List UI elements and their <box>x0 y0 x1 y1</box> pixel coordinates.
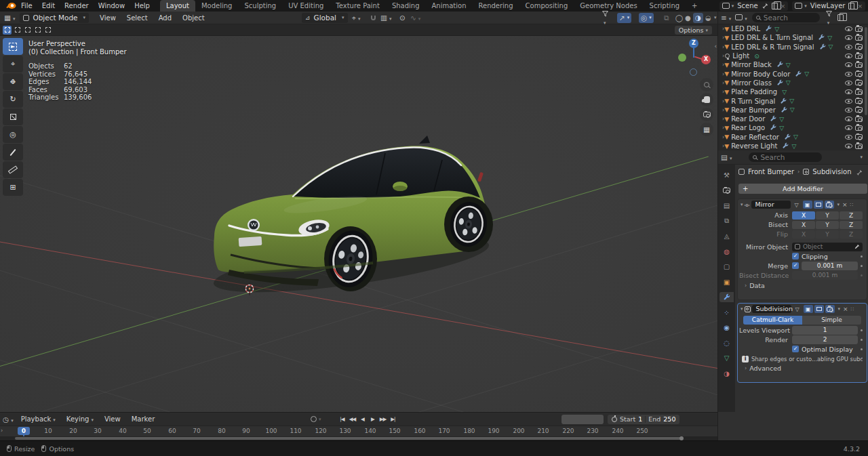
tab-scene[interactable]: ◬ <box>719 231 734 241</box>
shading-wireframe-icon[interactable]: ◯ <box>675 14 683 22</box>
timeline-editor-type-icon[interactable]: ◷▾ <box>3 415 14 423</box>
hide-eye-icon[interactable] <box>845 35 852 40</box>
falloff-dropdown[interactable]: ∿▾ <box>410 14 420 22</box>
display-in-editmode-cage-toggle[interactable]: ▽ <box>792 201 802 209</box>
overlays-toggle[interactable]: ◎▾ <box>639 13 654 23</box>
hide-eye-icon[interactable] <box>845 81 852 85</box>
tab-particles[interactable]: ⁘ <box>719 308 734 318</box>
hide-eye-icon[interactable] <box>845 99 852 104</box>
object-name[interactable]: Light <box>732 52 749 60</box>
outliner-row[interactable]: ›▼Reverse Light▽ <box>718 142 868 150</box>
tab-collection[interactable]: ▢ <box>719 262 734 272</box>
menu-keying[interactable]: Keying▾ <box>61 415 99 423</box>
sidebar-toggle-arrow[interactable]: ‹ <box>714 43 717 49</box>
jump-to-start-icon[interactable]: |◀ <box>337 416 347 422</box>
start-value[interactable]: 1 <box>638 415 642 423</box>
outliner-row[interactable]: ›▼LED DRL & R Turn Signal▽ <box>718 43 868 51</box>
new-view-layer-icon[interactable] <box>848 3 854 9</box>
breadcrumb-object[interactable]: Front Bumper <box>748 168 794 175</box>
outliner-search-input[interactable]: Search <box>752 13 820 22</box>
shading-material-preview-icon[interactable]: ◑ <box>693 13 703 23</box>
tool-annotate[interactable] <box>3 144 23 161</box>
drag-handle-icon[interactable]: ∷ <box>850 202 854 208</box>
object-name[interactable]: Rear Bumper <box>731 106 776 114</box>
menu-marker[interactable]: Marker <box>126 415 161 423</box>
tool-scale[interactable] <box>3 108 23 125</box>
outliner-row[interactable]: ›▼LED DRL▽ <box>718 24 868 33</box>
xray-toggle[interactable]: ⧉ <box>664 14 669 22</box>
levels-viewport-field[interactable]: 1 <box>792 326 858 335</box>
collapse-icon[interactable]: ▾ <box>741 306 743 312</box>
tab-sculpting[interactable]: Sculpting <box>238 0 282 12</box>
tab-modifiers[interactable] <box>719 292 734 302</box>
transform-orientation-dropdown[interactable]: ⊿ Global ▾ <box>302 13 348 23</box>
menu-playback[interactable]: Playback▾ <box>16 415 61 423</box>
delete-modifier-icon[interactable]: × <box>843 306 848 312</box>
properties-search-input[interactable]: Search <box>749 152 822 162</box>
outliner-display-mode-icon[interactable]: ▾ <box>735 14 747 22</box>
clipping-checkbox[interactable]: ✓ <box>792 253 799 260</box>
navigation-gizmo[interactable]: Z X <box>671 37 712 78</box>
gizmo-minus-z-axis[interactable] <box>690 68 697 76</box>
hide-eye-icon[interactable] <box>845 144 852 148</box>
select-mode-intersect-icon[interactable] <box>43 26 52 35</box>
hide-eye-icon[interactable] <box>845 54 852 58</box>
render-visibility-icon[interactable] <box>855 80 863 85</box>
outliner-row[interactable]: ›▼Rear Reflector▽ <box>718 133 868 142</box>
hide-eye-icon[interactable] <box>845 26 852 31</box>
object-name[interactable]: Reverse Light <box>731 142 777 150</box>
shading-solid-icon[interactable]: ● <box>685 14 691 22</box>
render-visibility-icon[interactable] <box>855 54 863 59</box>
hide-eye-icon[interactable] <box>845 89 852 94</box>
next-keyframe-icon[interactable]: ▶▶ <box>378 416 388 422</box>
hide-eye-icon[interactable] <box>845 135 852 140</box>
play-icon[interactable]: ▶ <box>368 416 378 422</box>
remove-view-layer-icon[interactable]: × <box>857 3 863 9</box>
prev-keyframe-icon[interactable]: ◀◀ <box>347 416 357 422</box>
tab-output[interactable]: ▤ <box>719 201 734 211</box>
menu-object[interactable]: Object <box>177 14 210 22</box>
tab-world[interactable]: ◍ <box>719 247 734 257</box>
render-visibility-icon[interactable] <box>855 107 863 112</box>
tab-uv-editing[interactable]: UV Editing <box>282 0 330 12</box>
data-section-toggle[interactable]: ›Data <box>745 282 867 290</box>
flip-z-button[interactable]: Z <box>840 230 863 239</box>
object-name[interactable]: Mirror Glass <box>731 79 772 87</box>
animate-dot[interactable] <box>861 348 863 350</box>
snap-magnet-icon[interactable] <box>371 14 376 22</box>
region-toggle-arrow[interactable]: › <box>1 428 3 434</box>
object-name[interactable]: Plate Padding <box>731 88 777 96</box>
bisect-distance-field[interactable]: 0.001 m <box>792 271 858 280</box>
tool-move[interactable]: ↔↕ <box>3 73 23 90</box>
tab-layout[interactable]: Layout <box>160 0 195 12</box>
animate-dot[interactable] <box>861 329 863 331</box>
simple-button[interactable]: Simple <box>802 316 861 325</box>
flip-x-button[interactable]: X <box>792 230 815 239</box>
axis-y-button[interactable]: Y <box>816 211 839 220</box>
hide-eye-icon[interactable] <box>845 62 852 67</box>
gizmo-y-axis[interactable] <box>678 54 686 62</box>
new-collection-icon[interactable] <box>837 14 844 21</box>
render-visibility-icon[interactable] <box>855 125 863 131</box>
car-model[interactable] <box>203 129 502 298</box>
render-visibility-icon[interactable] <box>855 44 863 49</box>
menu-help[interactable]: Help <box>130 2 155 9</box>
tab-object[interactable]: ▣ <box>719 277 734 287</box>
animate-dot[interactable] <box>861 274 863 276</box>
tab-shading[interactable]: Shading <box>386 0 426 12</box>
display-realtime-toggle[interactable] <box>814 201 823 209</box>
object-name[interactable]: Rear Reflector <box>731 133 779 141</box>
menu-render[interactable]: Render <box>60 2 94 9</box>
display-realtime-toggle[interactable] <box>814 305 824 314</box>
display-render-toggle[interactable] <box>825 201 834 209</box>
unlink-scene-icon[interactable]: × <box>781 3 786 9</box>
snap-target-dropdown[interactable]: ▥▾ <box>380 14 391 22</box>
object-name[interactable]: Rear Logo <box>731 124 765 131</box>
modifier-name-field[interactable]: Subdivision <box>752 305 791 314</box>
jump-to-end-icon[interactable]: ▶| <box>388 416 398 422</box>
outliner-row[interactable]: ›▼Mirror Glass▽ <box>718 79 868 87</box>
tool-add-cube[interactable]: ⊞ <box>3 179 23 196</box>
show-object-types-dropdown[interactable]: ▾ <box>601 10 609 26</box>
drag-handle-icon[interactable]: ∷ <box>851 306 854 312</box>
animate-dot[interactable] <box>861 255 863 257</box>
